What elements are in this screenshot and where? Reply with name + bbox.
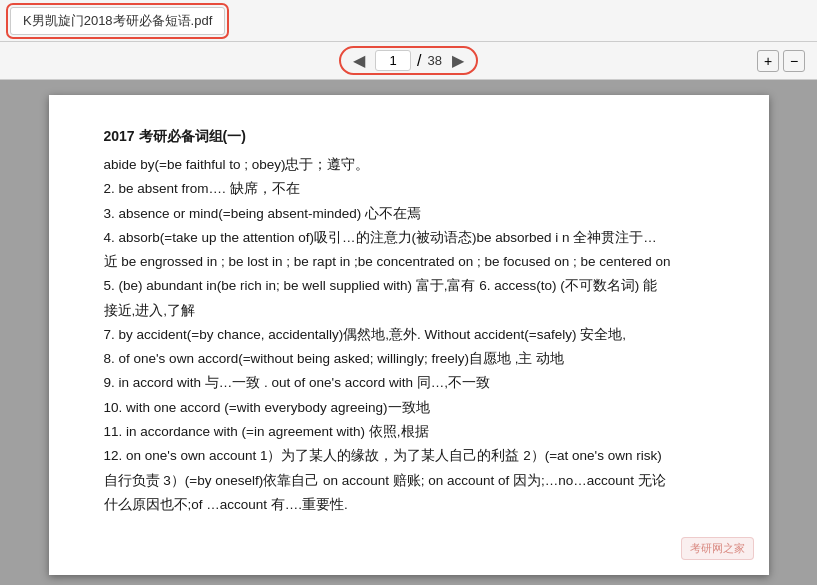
- pdf-line: 9. in accord with 与…一致 . out of one's ac…: [104, 372, 714, 394]
- total-pages: 38: [427, 53, 441, 68]
- nav-center: ◀ / 38 ▶: [339, 46, 478, 75]
- pdf-line: 7. by accident(=by chance, accidentally)…: [104, 324, 714, 346]
- pdf-line: 5. (be) abundant in(be rich in; be well …: [104, 275, 714, 297]
- prev-page-button[interactable]: ◀: [349, 51, 369, 71]
- page-title: 2017 考研必备词组(一): [104, 125, 714, 148]
- pdf-line: 8. of one's own accord(=without being as…: [104, 348, 714, 370]
- pdf-line: abide by(=be faithful to ; obey)忠于；遵守。: [104, 154, 714, 176]
- pdf-page: 2017 考研必备词组(一) abide by(=be faithful to …: [49, 95, 769, 575]
- filename-tab: K男凯旋门2018考研必备短语.pdf: [10, 7, 225, 35]
- pdf-line: 接近,进入,了解: [104, 300, 714, 322]
- pdf-line: 4. absorb(=take up the attention of)吸引…的…: [104, 227, 714, 249]
- page-content: 2017 考研必备词组(一) abide by(=be faithful to …: [104, 125, 714, 516]
- zoom-in-button[interactable]: +: [757, 50, 779, 72]
- watermark: 考研网之家: [681, 537, 754, 560]
- pdf-line: 3. absence or mind(=being absent-minded)…: [104, 203, 714, 225]
- pdf-line: 什么原因也不;of …account 有….重要性.: [104, 494, 714, 516]
- top-bar: K男凯旋门2018考研必备短语.pdf: [0, 0, 817, 42]
- page-separator: /: [417, 52, 421, 70]
- pdf-content-area: 2017 考研必备词组(一) abide by(=be faithful to …: [0, 80, 817, 585]
- page-number-input[interactable]: [375, 50, 411, 71]
- pdf-line: 自行负责 3）(=by oneself)依靠自己 on account 赔账; …: [104, 470, 714, 492]
- pdf-line: 10. with one accord (=with everybody agr…: [104, 397, 714, 419]
- next-page-button[interactable]: ▶: [448, 51, 468, 71]
- watermark-inner: 考研网之家: [681, 537, 754, 560]
- pdf-line: 2. be absent from…. 缺席，不在: [104, 178, 714, 200]
- nav-bar: ◀ / 38 ▶ + −: [0, 42, 817, 80]
- zoom-out-button[interactable]: −: [783, 50, 805, 72]
- pdf-line: 11. in accordance with (=in agreement wi…: [104, 421, 714, 443]
- pdf-line: 近 be engrossed in ; be lost in ; be rapt…: [104, 251, 714, 273]
- pdf-line: 12. on one's own account 1）为了某人的缘故，为了某人自…: [104, 445, 714, 467]
- watermark-text: 考研网之家: [690, 541, 745, 556]
- pdf-lines: abide by(=be faithful to ; obey)忠于；遵守。2.…: [104, 154, 714, 516]
- zoom-controls: + −: [757, 50, 805, 72]
